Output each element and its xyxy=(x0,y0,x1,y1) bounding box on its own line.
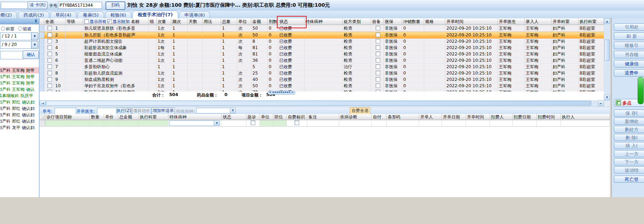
table-row[interactable]: 2胎儿肝脏（彩色多普勒超声1次11次500已收费检查非医保02022-09-20… xyxy=(40,32,604,39)
right-panel-button[interactable]: 新增处 xyxy=(614,118,644,125)
row-select-checkbox[interactable] xyxy=(47,58,52,63)
death-register-button[interactable]: 死亡登 xyxy=(614,176,644,183)
right-panel-button[interactable]: 下一方 xyxy=(614,158,644,165)
dept-radio[interactable] xyxy=(1,26,5,31)
column-header[interactable]: 天数 xyxy=(188,18,203,25)
selfpay-all-button[interactable]: 自费全选 xyxy=(350,107,370,114)
show-all-checkbox[interactable] xyxy=(84,19,89,24)
visit-list-item[interactable]: 妇产科 王军梅 附带 xyxy=(0,67,39,73)
column-header[interactable]: 显示所有显示附加名称 xyxy=(83,18,149,25)
date-from-dropdown[interactable]: ▼ xyxy=(31,33,38,40)
read-card-button[interactable]: 读 卡(R) xyxy=(28,1,47,9)
column-header[interactable]: 单位 xyxy=(237,18,251,25)
emergency-checkbox[interactable] xyxy=(251,120,255,125)
column-header[interactable]: 次量 xyxy=(156,18,171,25)
confirm-button[interactable]: 确认 xyxy=(23,51,39,59)
self-provided-checkbox[interactable] xyxy=(376,83,380,88)
self-provided-checkbox[interactable] xyxy=(376,58,380,63)
right-panel-button[interactable]: 删 除( xyxy=(614,134,644,141)
table-row[interactable]: 6普通二维超声心动图1次11次360已收费检查非医保02022-09-20 10… xyxy=(40,58,604,64)
hscroll-thumb[interactable] xyxy=(46,101,591,106)
right-panel-button[interactable]: 刷 新 xyxy=(614,33,644,40)
column-header[interactable]: 特殊病种 xyxy=(169,114,222,120)
column-header[interactable]: 数量 xyxy=(90,114,104,120)
table-row[interactable]: 5能量图血流立体成象1次11次810已收费检查非医保02022-09-20 10… xyxy=(40,51,604,58)
request-table-row[interactable]: ▼ xyxy=(40,120,610,127)
column-header[interactable]: 状态 xyxy=(222,114,246,120)
column-header[interactable]: 开单时间 xyxy=(445,18,498,25)
scroll-down-icon[interactable]: ▼ xyxy=(604,95,610,100)
column-header[interactable]: 特殊病种 xyxy=(304,18,343,25)
scroll-up-icon[interactable]: ▲ xyxy=(604,18,610,24)
scan-button[interactable]: 扫码 xyxy=(106,1,125,10)
table-row[interactable]: 7多普勒听胎心11150已收费治疗非医保02022-09-20 10:25:10… xyxy=(40,64,604,70)
column-header[interactable]: 扣费人 xyxy=(490,114,513,120)
tab-1[interactable]: 诊断(2) xyxy=(0,11,17,18)
date-from-input[interactable]: / 12 / 1 xyxy=(0,33,33,40)
selfpay-flag-checkbox[interactable] xyxy=(295,120,299,125)
column-header[interactable]: 医保 xyxy=(384,18,402,25)
row-select-checkbox[interactable] xyxy=(47,83,52,88)
right-panel-button[interactable]: 模板引 xyxy=(614,42,644,49)
table-row[interactable]: 3超声计算机图文报告1次11次80已收费检查非医保02022-09-20 10:… xyxy=(40,39,604,45)
column-header[interactable]: 扣费时间 xyxy=(537,114,561,120)
pin-icon[interactable] xyxy=(34,19,38,25)
column-header[interactable]: 开单人 xyxy=(419,114,442,120)
visit-list-item[interactable]: 妇产科 郑红 确认妇 xyxy=(0,118,39,124)
column-header[interactable]: 规格 xyxy=(424,18,445,25)
self-provided-checkbox[interactable] xyxy=(376,39,380,43)
column-header[interactable]: 处方类别 xyxy=(343,18,371,25)
chevron-down-icon[interactable]: ▼ xyxy=(230,108,235,113)
row-select-checkbox[interactable] xyxy=(47,77,52,82)
show-extra-checkbox[interactable] xyxy=(107,19,112,24)
scroll-right-icon[interactable]: ► xyxy=(598,100,604,106)
column-header[interactable]: 单价 xyxy=(104,114,118,120)
column-header[interactable]: 金额 xyxy=(251,18,268,25)
date-to-input[interactable]: / 9 / 20 xyxy=(0,41,33,49)
row-select-checkbox[interactable] xyxy=(47,26,52,30)
self-provided-checkbox[interactable] xyxy=(376,52,380,56)
column-header[interactable]: 频次 xyxy=(171,18,188,25)
cardno-input[interactable] xyxy=(58,2,102,9)
right-panel-button[interactable]: 删处方 xyxy=(614,126,644,133)
visit-list-item[interactable]: 妇产科 郑红 确认妇 xyxy=(0,105,39,112)
execute-button[interactable]: 执行(Z) xyxy=(116,107,132,114)
right-panel-button[interactable]: 诊治结 xyxy=(614,166,644,173)
column-header[interactable]: 全选 xyxy=(44,18,54,25)
row-select-checkbox[interactable] xyxy=(47,64,52,69)
table-row[interactable]: 10孕妇子宫及双附件（彩色多1次11次500已收费检查非医保02022-09-2… xyxy=(40,83,604,89)
column-header[interactable]: 疾病诊断 xyxy=(339,114,372,120)
column-header[interactable]: 总金额 xyxy=(118,114,139,120)
special-disease-combobox[interactable]: ▼ xyxy=(196,108,236,113)
tab-5[interactable]: 检验(6) xyxy=(105,11,131,18)
table-row[interactable]: 1胎儿双肾及膀胱（彩色多普1次11次500已收费检查非医保02022-09-20… xyxy=(40,25,604,32)
table-row[interactable]: 9胎盘成熟度检测1次11次400已收费检查非医保02022-09-20 10:2… xyxy=(40,77,604,83)
row-special-disease-combobox[interactable]: ▼ xyxy=(169,120,220,126)
self-provided-checkbox[interactable] xyxy=(376,71,380,75)
tab-6[interactable]: 检查手术治疗(7) xyxy=(132,11,178,18)
misc-input[interactable] xyxy=(1,2,28,9)
column-header[interactable]: 自费标识 xyxy=(287,114,307,120)
column-header[interactable]: 总量 xyxy=(221,18,237,25)
row-select-checkbox[interactable] xyxy=(47,52,52,56)
tab-2[interactable]: 西成药(3) xyxy=(18,11,49,18)
self-provided-checkbox[interactable] xyxy=(376,45,380,50)
vertical-scrollbar[interactable]: ▲ ▼ xyxy=(604,18,610,100)
order-doctor-input[interactable] xyxy=(97,108,117,115)
column-header[interactable]: 扣费日期 xyxy=(513,114,537,120)
column-header[interactable]: 组 xyxy=(149,18,156,25)
column-header[interactable]: 执行科室 xyxy=(139,114,169,120)
right-panel-button[interactable]: 上一方 xyxy=(614,150,644,157)
column-header[interactable]: 诊疗项目简称 xyxy=(45,114,90,120)
row-select-checkbox[interactable] xyxy=(47,45,52,50)
visit-list-item[interactable]: 妇产科 王军梅 附带 xyxy=(0,73,39,80)
vscroll-thumb[interactable] xyxy=(604,40,610,61)
order-no-input[interactable] xyxy=(55,108,76,115)
visit-list-item[interactable]: 妇产科 龙平 确认妇 xyxy=(0,124,39,131)
column-header[interactable]: 部位 xyxy=(273,114,287,120)
add-request-button[interactable]: 增加申请单 xyxy=(152,107,175,114)
visit-list-item[interactable]: 耳鼻咽喉科 阮庆平 xyxy=(0,93,39,99)
self-provided-checkbox[interactable] xyxy=(376,64,380,69)
right-panel-button[interactable]: 保 存( xyxy=(614,110,644,117)
scroll-left-icon[interactable]: ◄ xyxy=(40,100,46,106)
